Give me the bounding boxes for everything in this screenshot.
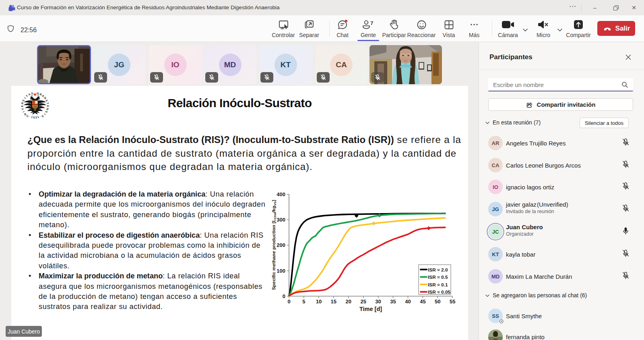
svg-text:I: I bbox=[22, 111, 25, 113]
svg-text:400: 400 bbox=[277, 191, 285, 197]
svg-text:55: 55 bbox=[450, 299, 455, 305]
svg-text:50: 50 bbox=[435, 299, 440, 305]
svg-text:ISR = 0.05: ISR = 0.05 bbox=[428, 289, 451, 295]
svg-text:S: S bbox=[31, 92, 33, 95]
svg-text:7: 7 bbox=[370, 20, 374, 26]
svg-text:20: 20 bbox=[345, 299, 351, 305]
svg-text:G: G bbox=[37, 92, 39, 95]
svg-text:45: 45 bbox=[420, 299, 425, 305]
svg-text:15: 15 bbox=[331, 299, 336, 305]
svg-text:100: 100 bbox=[277, 268, 285, 274]
svg-text:40: 40 bbox=[405, 299, 411, 305]
svg-text:35: 35 bbox=[390, 299, 396, 305]
svg-text:A: A bbox=[28, 93, 31, 96]
svg-text:ISR = 2.0: ISR = 2.0 bbox=[428, 267, 448, 273]
svg-text:5: 5 bbox=[302, 299, 305, 305]
svg-text:25: 25 bbox=[360, 299, 366, 305]
svg-text:0: 0 bbox=[287, 299, 290, 305]
svg-text:S: S bbox=[41, 114, 44, 118]
svg-text:S: S bbox=[45, 110, 48, 114]
svg-text:10: 10 bbox=[316, 299, 322, 305]
svg-text:200: 200 bbox=[277, 242, 285, 248]
svg-text:Specific methane production [L: Specific methane production [LCH4/kgVS] bbox=[271, 200, 277, 290]
svg-text:N: N bbox=[23, 112, 27, 116]
svg-text:30: 30 bbox=[375, 299, 381, 305]
svg-text:Time [d]: Time [d] bbox=[359, 306, 382, 312]
svg-text:·: · bbox=[39, 115, 41, 118]
svg-text:5: 5 bbox=[33, 116, 35, 119]
svg-text:300: 300 bbox=[277, 217, 285, 223]
svg-text:ISR = 0.1: ISR = 0.1 bbox=[428, 282, 448, 288]
svg-text:·: · bbox=[35, 92, 35, 95]
svg-text:I: I bbox=[43, 113, 46, 116]
svg-text:ISR = 0.5: ISR = 0.5 bbox=[428, 274, 448, 280]
svg-text:0: 0 bbox=[283, 293, 285, 299]
